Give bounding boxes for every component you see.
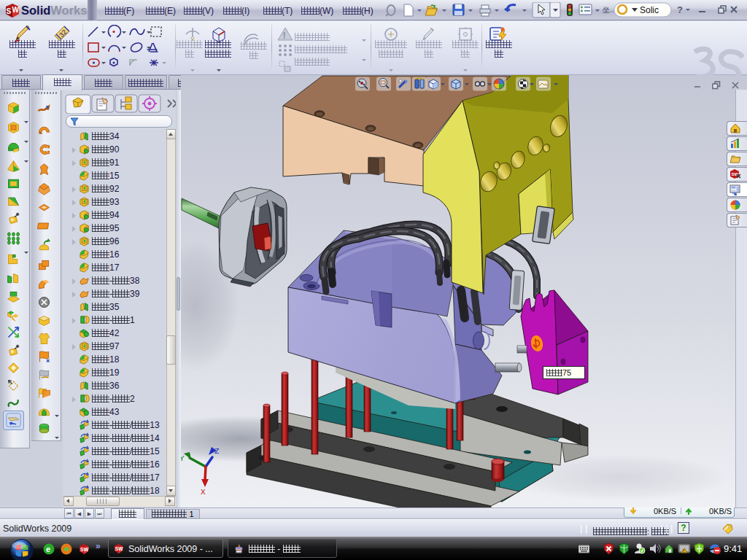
svg-text:X: X <box>201 488 206 497</box>
svg-text:坐..: 坐.. <box>602 6 614 14</box>
svg-text:Y: Y <box>181 454 185 463</box>
svg-text:Z: Z <box>214 447 220 456</box>
svg-text:?: ? <box>677 4 683 15</box>
svg-text:SW: SW <box>115 546 123 551</box>
svg-text:W: W <box>12 6 20 14</box>
svg-text:Solic: Solic <box>640 5 659 15</box>
svg-text:!: ! <box>283 30 286 41</box>
svg-text:e: e <box>46 545 50 553</box>
svg-text:SW: SW <box>80 547 89 552</box>
svg-text:S: S <box>7 7 12 15</box>
